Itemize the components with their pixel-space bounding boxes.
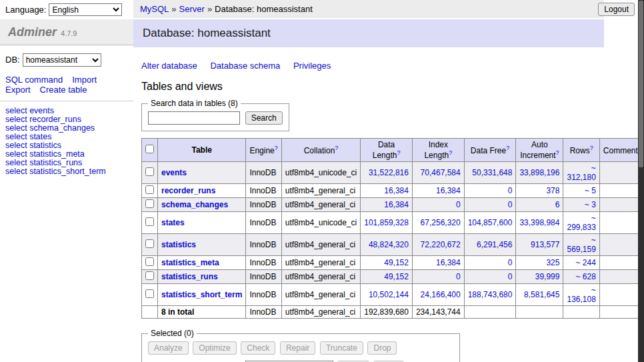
breadcrumb-link-server[interactable]: Server (179, 4, 205, 14)
rows-count-link[interactable]: ~ 244 (575, 258, 595, 267)
data-free-link[interactable]: 6,291,456 (477, 240, 512, 249)
index-length-link[interactable]: 67,256,320 (421, 218, 461, 227)
auto-increment-link[interactable]: 6 (555, 200, 560, 209)
help-link[interactable]: ? (590, 145, 593, 151)
auto-increment-link[interactable]: 8,581,645 (524, 290, 559, 299)
rows-count-link[interactable]: ~ 136,108 (567, 285, 595, 304)
rows-count-link[interactable]: ~ 299,833 (567, 213, 595, 232)
col-header-collation: Collation? (281, 139, 360, 162)
table-name-link[interactable]: statistics (161, 240, 196, 249)
db-select[interactable]: homeassistant (23, 53, 101, 67)
sidebar-link-export[interactable]: Export (5, 85, 31, 95)
index-length-link[interactable]: 70,467,584 (421, 168, 461, 177)
truncate-button[interactable]: Truncate (320, 341, 363, 355)
auto-increment-link[interactable]: 33,398,984 (519, 218, 559, 227)
rows-count-link[interactable]: ~ 3 (585, 200, 596, 209)
data-length-link[interactable]: 101,859,328 (364, 218, 409, 227)
sidebar-link-create-table[interactable]: Create table (40, 85, 87, 95)
repair-button[interactable]: Repair (280, 341, 315, 355)
help-link[interactable]: ? (275, 145, 278, 151)
data-free-cell: 6,291,456 (464, 234, 516, 256)
index-length-link[interactable]: 72,220,672 (421, 240, 461, 249)
engine-cell: InnoDB (246, 198, 281, 212)
rows-count-link[interactable]: ~ 312,180 (567, 163, 595, 182)
tables-table: Table Engine? Collation? Data Length? In… (141, 138, 644, 319)
row-checkbox[interactable] (145, 257, 154, 266)
help-link[interactable]: ? (506, 145, 509, 151)
optimize-button[interactable]: Optimize (193, 341, 236, 355)
sidebar-link-import[interactable]: Import (72, 75, 97, 85)
row-checkbox[interactable] (145, 289, 154, 298)
table-name-link[interactable]: statistics_runs (161, 272, 218, 281)
search-input[interactable] (148, 111, 240, 125)
data-free-link[interactable]: 50,331,648 (472, 168, 512, 177)
auto-increment-link[interactable]: 325 (546, 258, 559, 267)
page-scrollbar[interactable] (638, 0, 644, 362)
rows-count-link[interactable]: ~ 628 (575, 272, 595, 281)
auto-increment-link[interactable]: 378 (546, 186, 559, 195)
rows-count-link[interactable]: ~ 569,159 (567, 235, 595, 254)
breadcrumb-link-mysql[interactable]: MySQL (140, 4, 169, 14)
total-ghost-cell (563, 306, 599, 319)
data-length-link[interactable]: 16,384 (384, 200, 409, 209)
data-free-link[interactable]: 0 (508, 186, 513, 195)
index-length-link[interactable]: 16,384 (436, 186, 461, 195)
data-length-link[interactable]: 31,522,816 (369, 168, 409, 177)
data-free-link[interactable]: 104,857,600 (468, 218, 513, 227)
table-row: statistics InnoDB utf8mb4_general_ci 48,… (142, 234, 644, 256)
auto-increment-link[interactable]: 913,577 (531, 240, 559, 249)
row-checkbox[interactable] (145, 271, 154, 280)
drop-button[interactable]: Drop (367, 341, 397, 355)
select-all-checkbox[interactable] (145, 145, 154, 153)
auto-increment-link[interactable]: 33,898,196 (519, 168, 559, 177)
data-free-link[interactable]: 0 (508, 272, 513, 281)
language-label: Language: (5, 5, 46, 15)
logout-button[interactable]: Logout (598, 3, 635, 16)
table-name-link[interactable]: schema_changes (161, 200, 228, 209)
help-link[interactable]: ? (556, 149, 559, 156)
data-length-link[interactable]: 49,152 (384, 258, 409, 267)
auto-increment-link[interactable]: 39,999 (535, 272, 560, 281)
data-length-link[interactable]: 48,824,320 (369, 240, 409, 249)
row-checkbox[interactable] (145, 199, 154, 208)
engine-cell: InnoDB (246, 270, 281, 284)
table-name-link[interactable]: recorder_runs (161, 186, 215, 195)
help-link[interactable]: ? (449, 149, 452, 156)
app-name-link[interactable]: Adminer (8, 25, 57, 39)
data-free-link[interactable]: 0 (508, 200, 513, 209)
collation-cell: utf8mb4_general_ci (281, 270, 360, 284)
sidebar-link-sql-command[interactable]: SQL command (5, 75, 63, 85)
rows-cell: ~ 5 (563, 184, 599, 198)
sidebar-item-select-statistics-short-term[interactable]: select statistics_short_term (5, 167, 128, 176)
table-name-link[interactable]: states (161, 218, 185, 227)
index-length-link[interactable]: 0 (456, 272, 461, 281)
language-select[interactable]: English (49, 3, 122, 16)
data-length-link[interactable]: 49,152 (384, 272, 409, 281)
table-name-link[interactable]: statistics_short_term (161, 290, 242, 299)
check-button[interactable]: Check (241, 341, 275, 355)
row-checkbox[interactable] (145, 217, 154, 226)
row-checkbox[interactable] (145, 167, 154, 176)
scrollbar-thumb[interactable] (639, 1, 643, 167)
data-length-link[interactable]: 16,384 (384, 186, 409, 195)
analyze-button[interactable]: Analyze (148, 341, 189, 355)
index-length-link[interactable]: 16,384 (436, 258, 461, 267)
data-free-link[interactable]: 0 (508, 258, 513, 267)
table-row: statistics_meta InnoDB utf8mb4_general_c… (142, 256, 644, 270)
alter-database-link[interactable]: Alter database (141, 61, 197, 71)
row-checkbox[interactable] (145, 185, 154, 194)
privileges-link[interactable]: Privileges (293, 61, 331, 71)
table-name-link[interactable]: events (161, 168, 187, 177)
search-button[interactable]: Search (245, 111, 283, 125)
data-free-link[interactable]: 188,743,680 (468, 290, 513, 299)
sidebar-divider (0, 101, 133, 101)
table-name-link[interactable]: statistics_meta (161, 258, 219, 267)
row-checkbox[interactable] (145, 239, 154, 248)
help-link[interactable]: ? (397, 149, 400, 156)
data-length-link[interactable]: 10,502,144 (369, 290, 409, 299)
database-schema-link[interactable]: Database schema (210, 61, 280, 71)
index-length-link[interactable]: 24,166,400 (421, 290, 461, 299)
rows-count-link[interactable]: ~ 5 (585, 186, 596, 195)
help-link[interactable]: ? (335, 145, 338, 151)
index-length-link[interactable]: 0 (456, 200, 461, 209)
